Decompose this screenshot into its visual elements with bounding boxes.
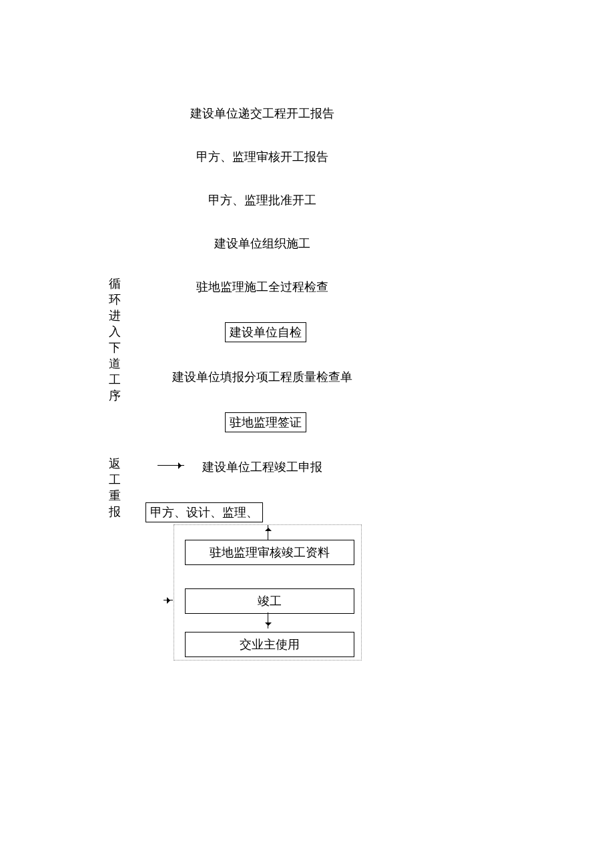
arrow-to-completion <box>164 600 173 600</box>
label-loop-next-process: 循环进入下道工序 <box>109 276 121 404</box>
arrow-down-handover <box>268 612 268 628</box>
step-organize-construction: 建设单位组织施工 <box>214 236 310 252</box>
flowchart: 建设单位递交工程开工报告 甲方、监理审核开工报告 甲方、监理批准开工 建设单位组… <box>0 0 614 868</box>
step-approve-start: 甲方、监理批准开工 <box>208 192 316 208</box>
arrow-rework-to-declare <box>158 465 184 466</box>
step-parties-box: 甲方、设计、监理、 <box>145 502 263 522</box>
step-self-inspection-box: 建设单位自检 <box>225 322 306 342</box>
step-completion: 竣工 <box>185 588 354 614</box>
step-onsite-inspection: 驻地监理施工全过程检查 <box>196 279 328 295</box>
step-submit-report: 建设单位递交工程开工报告 <box>190 105 334 121</box>
arrow-up-review <box>268 525 268 540</box>
step-onsite-signoff-box: 驻地监理签证 <box>225 412 306 432</box>
label-rework-resubmit: 返工重报 <box>109 456 121 520</box>
completion-group: 驻地监理审核竣工资料 竣工 交业主使用 <box>174 524 362 661</box>
step-completion-declare: 建设单位工程竣工申报 <box>202 459 322 475</box>
step-quality-check-form: 建设单位填报分项工程质量检查单 <box>172 369 352 385</box>
step-review-report: 甲方、监理审核开工报告 <box>196 149 328 165</box>
step-handover-owner: 交业主使用 <box>185 632 354 657</box>
step-review-completion-docs: 驻地监理审核竣工资料 <box>185 540 354 565</box>
